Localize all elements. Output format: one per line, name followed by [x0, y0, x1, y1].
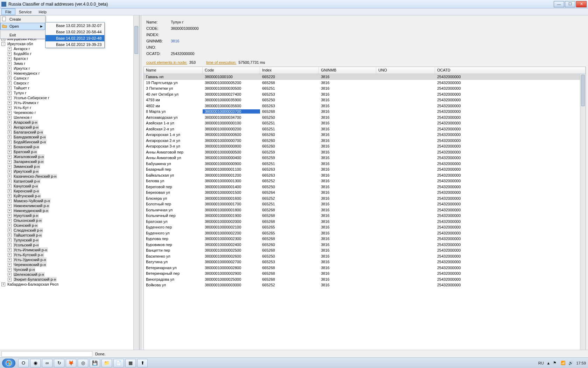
title-bar: Russia Classifier of mail addresses (ver…	[0, 0, 588, 8]
menu-service[interactable]: Service	[15, 8, 35, 15]
minimize-button[interactable]: —	[554, 1, 564, 7]
menu-file[interactable]: File	[1, 8, 15, 15]
menu-help[interactable]: Help	[35, 8, 50, 15]
maximize-button[interactable]: ☐	[565, 1, 575, 7]
app-icon	[1, 2, 6, 7]
menu-bar: File Service Help	[0, 8, 588, 15]
close-button[interactable]: ✕	[576, 1, 587, 7]
window-title: Russia Classifier of mail addresses (ver…	[8, 2, 108, 7]
